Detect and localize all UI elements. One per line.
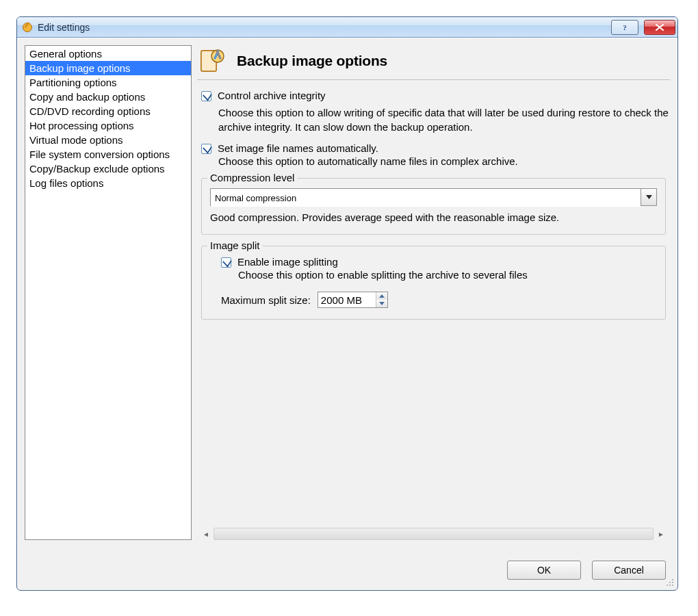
scroll-track[interactable]	[214, 528, 654, 540]
svg-rect-9	[669, 582, 671, 583]
spin-down-button[interactable]	[376, 300, 387, 307]
compression-group: Compression level Good compression. Prov…	[201, 178, 666, 235]
svg-rect-11	[667, 585, 668, 586]
sidebar-item-7[interactable]: File system conversion options	[25, 147, 191, 162]
svg-rect-13	[672, 585, 673, 586]
horizontal-scrollbar[interactable]: ◄ ►	[201, 528, 666, 540]
scroll-left-icon[interactable]: ◄	[201, 528, 211, 539]
option-control-integrity: Control archive integrity Choose this op…	[201, 90, 670, 134]
compression-combo[interactable]	[210, 188, 657, 206]
client-area: General optionsBackup image optionsParti…	[18, 38, 677, 589]
sidebar-item-8[interactable]: Copy/Backup exclude options	[25, 162, 191, 176]
sidebar-item-2[interactable]: Partitioning options	[25, 75, 191, 90]
category-list[interactable]: General optionsBackup image optionsParti…	[25, 45, 192, 540]
auto-names-checkbox[interactable]	[201, 144, 211, 154]
option-auto-names: Set image file names automatically. Choo…	[201, 142, 670, 167]
control-integrity-desc: Choose this option to allow writing of s…	[218, 105, 670, 134]
window-title: Edit settings	[38, 22, 90, 33]
max-split-value[interactable]	[318, 292, 376, 307]
control-integrity-checkbox[interactable]	[201, 91, 211, 101]
svg-text:?: ?	[623, 23, 627, 31]
image-split-group: Image split Enable image splitting Choos…	[201, 246, 666, 320]
enable-split-label: Enable image splitting	[237, 256, 338, 268]
help-button[interactable]: ?	[611, 20, 638, 35]
app-icon	[21, 21, 34, 34]
enable-split-checkbox[interactable]	[221, 257, 231, 268]
sidebar-item-5[interactable]: Hot processing options	[25, 118, 191, 133]
scroll-right-icon[interactable]: ►	[656, 528, 666, 539]
sidebar-item-9[interactable]: Log files options	[25, 176, 191, 190]
auto-names-label: Set image file names automatically.	[218, 142, 378, 154]
svg-rect-10	[672, 582, 673, 583]
dialog-window: Edit settings ? General optionsBackup im…	[16, 16, 678, 591]
compression-group-title: Compression level	[207, 172, 297, 183]
auto-names-desc: Choose this option to automatically name…	[218, 155, 670, 167]
settings-page: Backup image options Control archive int…	[197, 45, 670, 540]
compression-hint: Good compression. Provides average speed…	[210, 211, 657, 223]
close-button[interactable]	[644, 20, 675, 35]
page-icon	[198, 47, 227, 75]
compression-dropdown-button[interactable]	[641, 189, 656, 205]
control-integrity-label: Control archive integrity	[218, 90, 326, 101]
svg-rect-8	[672, 579, 673, 580]
ok-button[interactable]: OK	[507, 561, 581, 580]
sidebar-item-6[interactable]: Virtual mode options	[25, 133, 191, 147]
compression-value[interactable]	[211, 189, 641, 207]
max-split-label: Maximum split size:	[221, 294, 311, 306]
max-split-spin[interactable]	[318, 292, 388, 308]
spin-up-button[interactable]	[376, 292, 387, 300]
sidebar-item-3[interactable]: Copy and backup options	[25, 90, 191, 104]
enable-split-desc: Choose this option to enable splitting t…	[238, 269, 657, 281]
svg-rect-12	[669, 585, 671, 586]
image-split-group-title: Image split	[207, 240, 263, 251]
cancel-button[interactable]: Cancel	[592, 561, 666, 580]
resize-grip-icon[interactable]	[665, 578, 675, 587]
sidebar-item-1[interactable]: Backup image options	[25, 61, 191, 75]
sidebar-item-4[interactable]: CD/DVD recording options	[25, 104, 191, 118]
sidebar-item-0[interactable]: General options	[25, 47, 191, 61]
titlebar[interactable]: Edit settings ?	[17, 17, 677, 38]
page-title: Backup image options	[237, 53, 387, 69]
